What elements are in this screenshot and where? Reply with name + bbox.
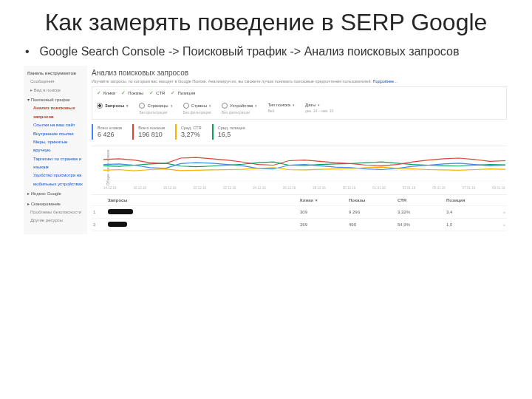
sidebar-item[interactable]: Другие ресурсы: [30, 216, 83, 225]
table-header-row: Запросы Клики▼ Показы CTR Позиция: [92, 195, 507, 206]
sidebar-item[interactable]: Внутренние ссылки: [33, 130, 83, 138]
filter-search-type[interactable]: Тип поиска▾ Веб: [267, 103, 295, 115]
stat-impressions: Всего показов 196 810: [132, 124, 175, 140]
metric-toggle-bar: ✓Клики ✓Показы ✓CTR ✓Позиция: [92, 86, 507, 99]
chevron-down-icon: ▾: [126, 103, 129, 108]
bullet-text: Google Search Console -> Поисковый трафи…: [40, 45, 460, 58]
filter-dates[interactable]: Даты▾ дек. 14 – янв. 10: [305, 103, 333, 115]
row-impressions: 9 296: [349, 210, 393, 214]
row-position: 3,4: [446, 210, 491, 214]
chevron-down-icon: ▾: [209, 103, 211, 108]
sidebar-item[interactable]: ▾ Поисковый трафик: [27, 96, 83, 104]
filter-queries[interactable]: Запросы▾: [97, 103, 129, 115]
table-row[interactable]: 13099 2963,32%3,4»: [92, 206, 507, 219]
page-title: Анализ поисковых запросов: [92, 69, 507, 77]
row-expand-icon[interactable]: »: [495, 222, 505, 227]
radio-icon: [183, 103, 189, 109]
row-ctr: 54,9%: [398, 222, 442, 227]
sidebar-item[interactable]: Анализ поисковых запросов: [33, 104, 83, 121]
col-query[interactable]: Запросы: [108, 198, 296, 202]
filter-devices-label: Устройства: [230, 103, 253, 108]
row-position: 1,0: [446, 222, 491, 227]
gsc-sidebar: Панель инструментов Сообщения▸ Вид в пои…: [24, 66, 87, 234]
toggle-ctr-label: CTR: [156, 91, 165, 95]
x-tick: 18.12.16: [163, 186, 177, 190]
line-chart: [103, 149, 505, 181]
toggle-impressions[interactable]: ✓Показы: [121, 90, 143, 96]
row-index: 1: [93, 210, 103, 214]
toggle-clicks[interactable]: ✓Клики: [97, 90, 115, 96]
x-tick: 14.12.16: [103, 186, 117, 190]
filter-countries[interactable]: Страны▾ Без фильтрации: [183, 103, 211, 115]
x-tick: 16.12.16: [133, 186, 146, 190]
row-query: [108, 222, 296, 228]
filter-type-state: Веб: [267, 109, 295, 113]
stat-ctr-label: Сред. CTR: [181, 126, 202, 130]
x-tick: 03.01.16: [403, 186, 416, 190]
subtitle-more-link[interactable]: Подробнее…: [373, 79, 398, 83]
x-tick: 28.12.16: [313, 186, 326, 190]
chart-area: Общее число кликов 14.12.1616.12.1618.12…: [92, 146, 507, 190]
col-clicks[interactable]: Клики▼: [300, 198, 344, 202]
chart-x-axis: 14.12.1616.12.1618.12.1620.12.1622.12.16…: [103, 186, 505, 190]
row-expand-icon[interactable]: »: [495, 210, 505, 214]
filter-bar: Запросы▾ Страницы▾ Без фильтрации Страны…: [92, 99, 507, 120]
filter-pages[interactable]: Страницы▾ Без фильтрации: [139, 103, 172, 115]
chevron-down-icon: ▾: [255, 103, 257, 108]
toggle-ctr[interactable]: ✓CTR: [149, 90, 165, 96]
filter-pages-state: Без фильтрации: [139, 110, 172, 115]
check-icon: ✓: [149, 90, 154, 96]
page-subtitle: Изучайте запросы, по которым вас находят…: [92, 79, 507, 83]
col-ctr[interactable]: CTR: [398, 198, 442, 202]
sidebar-item[interactable]: Удобство просмотра на мобильных устройст…: [33, 171, 83, 188]
toggle-clicks-label: Клики: [103, 91, 115, 95]
stat-ctr-value: 3,27%: [181, 131, 202, 138]
gsc-screenshot: Панель инструментов Сообщения▸ Вид в пои…: [24, 66, 511, 234]
x-tick: 09.01.16: [492, 186, 505, 190]
toggle-pos-label: Позиция: [177, 91, 195, 95]
x-tick: 24.12.16: [253, 186, 266, 190]
redacted-query: [108, 222, 127, 227]
sidebar-item[interactable]: Проблемы безопасности: [30, 208, 83, 216]
stat-pos-value: 16,5: [218, 131, 245, 138]
row-query: [108, 209, 296, 215]
subtitle-text: Изучайте запросы, по которым вас находят…: [92, 79, 373, 83]
stat-impr-value: 196 810: [138, 131, 165, 138]
table-row[interactable]: 226949054,9%1,0»: [92, 219, 507, 231]
sort-desc-icon: ▼: [315, 198, 318, 202]
filter-dates-label: Даты: [305, 103, 316, 107]
stat-pos-label: Сред. позиция: [218, 126, 245, 130]
sidebar-title: Панель инструментов: [27, 69, 83, 78]
stat-clicks: Всего кликов 6 426: [92, 124, 132, 140]
col-impressions[interactable]: Показы: [349, 198, 393, 202]
slide-bullet: Google Search Console -> Поисковый трафи…: [25, 45, 510, 58]
filter-countries-state: Без фильтрации: [183, 110, 211, 115]
chevron-down-icon: ▾: [293, 103, 295, 107]
filter-devices[interactable]: Устройства▾ Без фильтрации: [222, 103, 257, 115]
col-position[interactable]: Позиция: [446, 198, 491, 202]
filter-pages-label: Страницы: [147, 103, 168, 108]
x-tick: 05.01.16: [432, 186, 446, 190]
stat-impr-label: Всего показов: [138, 126, 165, 130]
x-tick: 20.12.16: [193, 186, 206, 190]
row-impressions: 490: [349, 222, 393, 227]
toggle-position[interactable]: ✓Позиция: [171, 90, 195, 96]
sidebar-item[interactable]: Таргетинг по странам и языкам: [33, 155, 83, 172]
gsc-main: Анализ поисковых запросов Изучайте запро…: [87, 66, 511, 234]
sidebar-item[interactable]: Сообщения: [30, 78, 83, 86]
sidebar-item[interactable]: ▸ Сканирование: [27, 200, 83, 208]
radio-icon: [139, 103, 145, 109]
sidebar-item[interactable]: Меры, принятые вручную: [33, 138, 83, 155]
chevron-down-icon: ▾: [318, 103, 320, 107]
sidebar-item[interactable]: ▸ Вид в поиске: [30, 86, 83, 95]
stat-clicks-label: Всего кликов: [98, 126, 122, 130]
row-clicks: 309: [300, 210, 344, 214]
slide-title: Как замерять поведение в SERP Google: [22, 9, 510, 36]
check-icon: ✓: [97, 90, 101, 96]
x-tick: 22.12.16: [223, 186, 236, 190]
row-clicks: 269: [300, 222, 344, 227]
sidebar-item[interactable]: Ссылки на ваш сайт: [33, 121, 83, 129]
check-icon: ✓: [121, 90, 126, 96]
x-tick: 01.01.16: [372, 186, 386, 190]
sidebar-item[interactable]: ▸ Индекс Google: [27, 190, 83, 198]
